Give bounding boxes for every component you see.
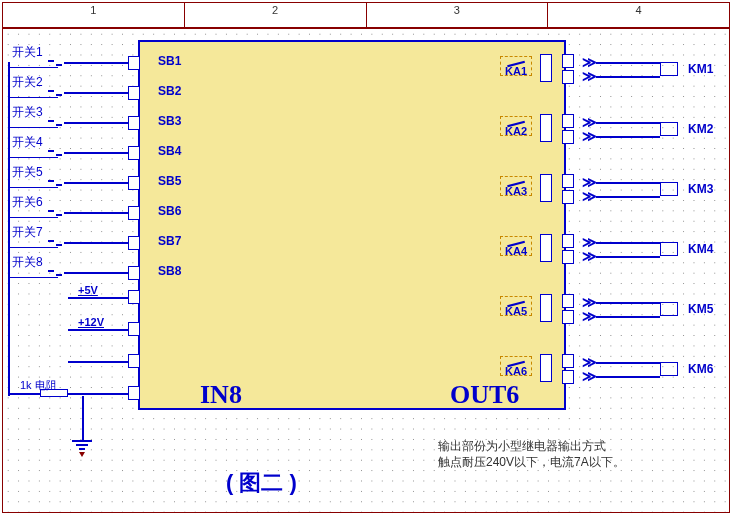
out-pin-4a	[562, 234, 574, 248]
col-2: 2	[185, 3, 367, 27]
sb-label-5: SB5	[158, 174, 181, 188]
sb-label-7: SB7	[158, 234, 181, 248]
ka-label-1: KA1	[505, 65, 527, 77]
col-1: 1	[3, 3, 185, 27]
left-bus	[8, 62, 10, 396]
wire-km6a	[596, 362, 660, 364]
km-label-2: KM2	[688, 122, 713, 136]
wire-sw5	[64, 182, 128, 184]
port-in-5	[128, 176, 140, 190]
wire-km5b	[596, 316, 660, 318]
km-box-1	[660, 62, 678, 76]
km-box-6	[660, 362, 678, 376]
chip-in-label: IN8	[200, 380, 242, 410]
km-label-5: KM5	[688, 302, 713, 316]
km-label-3: KM3	[688, 182, 713, 196]
wire-res-left	[8, 393, 40, 395]
output-note: 输出部份为小型继电器输出方式 触点耐压240V以下，电流7A以下。	[438, 438, 625, 470]
arrow-out-2b: ≫	[582, 128, 593, 144]
wire-sw4	[64, 152, 128, 154]
km-box-4	[660, 242, 678, 256]
wire-km3b	[596, 196, 660, 198]
switch-contact-8	[48, 268, 64, 274]
out-pin-5b	[562, 310, 574, 324]
out-pin-4b	[562, 250, 574, 264]
arrow-out-1b: ≫	[582, 68, 593, 84]
title-frame: 1 2 3 4	[2, 2, 730, 28]
out-pin-1b	[562, 70, 574, 84]
out-port-5	[540, 294, 552, 322]
out-pin-6a	[562, 354, 574, 368]
wire-sw8	[64, 272, 128, 274]
arrow-out-5b: ≫	[582, 308, 593, 324]
arrow-out-4b: ≫	[582, 248, 593, 264]
port-extra-3	[128, 354, 140, 368]
out-port-3	[540, 174, 552, 202]
port-extra-1	[128, 290, 140, 304]
ka-label-4: KA4	[505, 245, 527, 257]
km-box-5	[660, 302, 678, 316]
figure-label: ( 图二 )	[226, 468, 297, 498]
pwr-label-2: +12V	[78, 316, 104, 328]
gnd-wire	[82, 396, 84, 440]
port-in-3	[128, 116, 140, 130]
out-pin-2b	[562, 130, 574, 144]
out-pin-2a	[562, 114, 574, 128]
km-label-6: KM6	[688, 362, 713, 376]
out-pin-5a	[562, 294, 574, 308]
switch-contact-7	[48, 238, 64, 244]
port-in-2	[128, 86, 140, 100]
col-4: 4	[548, 3, 729, 27]
wire-extra1	[68, 297, 128, 299]
wire-km4a	[596, 242, 660, 244]
wire-extra2	[68, 329, 128, 331]
km-box-2	[660, 122, 678, 136]
wire-km2a	[596, 122, 660, 124]
out-pin-6b	[562, 370, 574, 384]
sb-label-4: SB4	[158, 144, 181, 158]
switch-contact-3	[48, 118, 64, 124]
switch-contact-1	[48, 58, 64, 64]
relay-6: KA6	[500, 356, 532, 376]
out-port-2	[540, 114, 552, 142]
out-pin-3a	[562, 174, 574, 188]
wire-extra4	[68, 393, 128, 395]
resistor-label: 1k 电阻	[20, 378, 57, 393]
main-chip	[138, 40, 566, 410]
ka-label-5: KA5	[505, 305, 527, 317]
col-3: 3	[367, 3, 549, 27]
ka-label-6: KA6	[505, 365, 527, 377]
port-extra-2	[128, 322, 140, 336]
port-extra-4	[128, 386, 140, 400]
wire-sw7	[64, 242, 128, 244]
out-pin-1a	[562, 54, 574, 68]
relay-4: KA4	[500, 236, 532, 256]
sb-label-3: SB3	[158, 114, 181, 128]
port-in-1	[128, 56, 140, 70]
chip-out-label: OUT6	[450, 380, 519, 410]
sb-label-8: SB8	[158, 264, 181, 278]
wire-sw6	[64, 212, 128, 214]
sb-label-1: SB1	[158, 54, 181, 68]
switch-contact-2	[48, 88, 64, 94]
switch-contact-5	[48, 178, 64, 184]
wire-km6b	[596, 376, 660, 378]
port-in-7	[128, 236, 140, 250]
port-in-6	[128, 206, 140, 220]
wire-km3a	[596, 182, 660, 184]
wire-sw3	[64, 122, 128, 124]
relay-3: KA3	[500, 176, 532, 196]
wire-km4b	[596, 256, 660, 258]
switch-contact-6	[48, 208, 64, 214]
arrow-out-6b: ≫	[582, 368, 593, 384]
wire-km1a	[596, 62, 660, 64]
note-line1: 输出部份为小型继电器输出方式	[438, 438, 625, 454]
wire-sw2	[64, 92, 128, 94]
out-port-6	[540, 354, 552, 382]
ka-label-2: KA2	[505, 125, 527, 137]
relay-2: KA2	[500, 116, 532, 136]
km-label-1: KM1	[688, 62, 713, 76]
wire-km5a	[596, 302, 660, 304]
relay-5: KA5	[500, 296, 532, 316]
km-box-3	[660, 182, 678, 196]
